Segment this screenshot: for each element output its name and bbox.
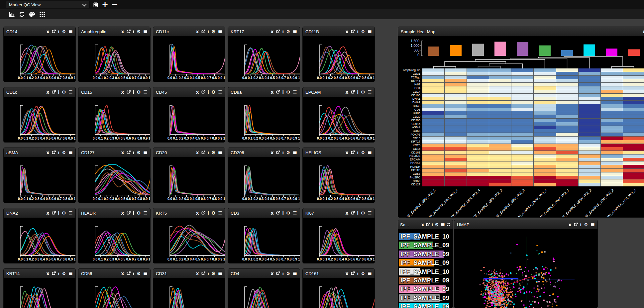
info-icon[interactable]: i bbox=[580, 223, 582, 227]
panel-header[interactable]: CD11cxi⚙≡ bbox=[153, 27, 225, 36]
close-icon[interactable]: x bbox=[271, 211, 274, 215]
panel-header[interactable]: EPCAMxi⚙≡ bbox=[303, 87, 375, 97]
menu-icon[interactable]: ≡ bbox=[218, 271, 222, 276]
menu-icon[interactable]: ≡ bbox=[143, 29, 148, 34]
settings-icon[interactable]: ⚙ bbox=[211, 271, 216, 276]
menu-icon[interactable]: ≡ bbox=[293, 89, 297, 95]
close-icon[interactable]: x bbox=[346, 150, 349, 155]
info-icon[interactable]: i bbox=[357, 90, 359, 94]
panel-header[interactable]: CD20xi⚙≡ bbox=[153, 148, 225, 157]
expand-icon[interactable] bbox=[276, 30, 280, 34]
expand-icon[interactable] bbox=[52, 271, 56, 275]
panel-header[interactable]: HELIOSxi⚙≡ bbox=[303, 148, 375, 157]
panel-header[interactable]: CD3xi⚙≡ bbox=[228, 208, 300, 218]
settings-icon[interactable]: ⚙ bbox=[137, 211, 141, 215]
close-icon[interactable]: x bbox=[196, 271, 199, 276]
settings-icon[interactable]: ⚙ bbox=[584, 222, 588, 227]
expand-icon[interactable] bbox=[52, 90, 56, 94]
save-view-button[interactable] bbox=[93, 1, 99, 9]
expand-icon[interactable] bbox=[52, 30, 56, 34]
settings-icon[interactable]: ⚙ bbox=[435, 222, 439, 227]
info-icon[interactable]: i bbox=[133, 151, 134, 155]
menu-icon[interactable]: ≡ bbox=[218, 210, 222, 216]
expand-icon[interactable] bbox=[127, 151, 131, 154]
info-icon[interactable]: i bbox=[58, 211, 59, 215]
info-icon[interactable]: i bbox=[208, 211, 209, 215]
info-icon[interactable]: i bbox=[133, 211, 134, 215]
menu-icon[interactable]: ≡ bbox=[143, 271, 148, 276]
expand-icon[interactable] bbox=[201, 151, 205, 154]
info-icon[interactable]: i bbox=[208, 30, 209, 34]
settings-icon[interactable]: ⚙ bbox=[361, 211, 365, 215]
close-icon[interactable]: x bbox=[421, 222, 424, 227]
close-icon[interactable]: x bbox=[121, 211, 124, 215]
settings-icon[interactable]: ⚙ bbox=[361, 271, 365, 276]
close-icon[interactable]: x bbox=[47, 271, 50, 276]
menu-icon[interactable]: ≡ bbox=[441, 222, 445, 227]
close-icon[interactable]: x bbox=[271, 150, 274, 155]
expand-icon[interactable] bbox=[351, 151, 355, 154]
menu-icon[interactable]: ≡ bbox=[68, 150, 73, 155]
expand-icon[interactable] bbox=[127, 271, 131, 275]
panel-header[interactable]: UMAPxi⚙≡ bbox=[454, 220, 597, 229]
panel-header[interactable]: CD1cxi⚙≡ bbox=[4, 87, 75, 97]
expand-icon[interactable] bbox=[127, 30, 131, 34]
expand-icon[interactable] bbox=[52, 211, 56, 215]
menu-icon[interactable]: ≡ bbox=[368, 271, 372, 276]
panel-header[interactable]: CD161xi⚙≡ bbox=[303, 269, 375, 278]
settings-icon[interactable]: ⚙ bbox=[286, 90, 290, 94]
expand-icon[interactable] bbox=[127, 90, 131, 94]
info-icon[interactable]: i bbox=[208, 151, 209, 155]
menu-icon[interactable]: ≡ bbox=[293, 271, 297, 276]
close-icon[interactable]: x bbox=[47, 150, 50, 155]
info-icon[interactable]: i bbox=[133, 90, 134, 94]
close-icon[interactable]: x bbox=[346, 29, 349, 34]
menu-icon[interactable]: ≡ bbox=[143, 89, 148, 95]
menu-icon[interactable]: ≡ bbox=[590, 222, 595, 227]
panel-header[interactable]: Sa...xi⚙≡ bbox=[398, 220, 453, 229]
settings-icon[interactable]: ⚙ bbox=[137, 90, 141, 94]
close-icon[interactable]: x bbox=[346, 271, 349, 276]
sample-item[interactable]: IPF_SAMPLE_09 bbox=[398, 302, 453, 308]
expand-icon[interactable] bbox=[276, 151, 280, 154]
expand-icon[interactable] bbox=[201, 90, 205, 94]
panel-header[interactable]: HLADRxi⚙≡ bbox=[78, 208, 150, 218]
menu-icon[interactable]: ≡ bbox=[293, 210, 297, 216]
expand-icon[interactable] bbox=[351, 211, 355, 215]
settings-icon[interactable]: ⚙ bbox=[361, 29, 365, 34]
info-icon[interactable]: i bbox=[58, 30, 59, 34]
info-icon[interactable]: i bbox=[282, 151, 284, 155]
expand-icon[interactable] bbox=[201, 271, 205, 275]
panel-header[interactable]: KRT5xi⚙≡ bbox=[153, 208, 225, 218]
settings-icon[interactable]: ⚙ bbox=[62, 90, 66, 94]
panel-header[interactable]: CD56xi⚙≡ bbox=[78, 269, 150, 278]
panel-header[interactable]: CD8axi⚙≡ bbox=[228, 87, 300, 97]
menu-icon[interactable]: ≡ bbox=[218, 89, 222, 95]
close-icon[interactable]: x bbox=[196, 211, 199, 215]
view-selector[interactable]: Marker QC View bbox=[6, 1, 90, 8]
settings-icon[interactable]: ⚙ bbox=[211, 211, 216, 215]
settings-icon[interactable]: ⚙ bbox=[361, 90, 365, 94]
settings-icon[interactable]: ⚙ bbox=[211, 90, 216, 94]
info-icon[interactable]: i bbox=[282, 30, 284, 34]
info-icon[interactable]: i bbox=[357, 211, 359, 215]
panel-header[interactable]: KRT17xi⚙≡ bbox=[228, 27, 300, 36]
panel-header[interactable]: CD206xi⚙≡ bbox=[228, 148, 300, 157]
menu-icon[interactable]: ≡ bbox=[218, 29, 222, 34]
close-icon[interactable]: x bbox=[47, 211, 50, 215]
panel-header[interactable]: CD11Bxi⚙≡ bbox=[303, 27, 375, 36]
refresh-button[interactable] bbox=[19, 10, 25, 18]
close-icon[interactable]: x bbox=[121, 271, 124, 276]
settings-icon[interactable]: ⚙ bbox=[361, 150, 365, 155]
expand-icon[interactable] bbox=[201, 211, 205, 215]
menu-icon[interactable]: ≡ bbox=[143, 150, 148, 155]
palette-button[interactable] bbox=[29, 10, 35, 18]
panel-header[interactable]: CD31xi⚙≡ bbox=[153, 269, 225, 278]
menu-icon[interactable]: ≡ bbox=[368, 89, 372, 95]
sample-item[interactable]: IPF_SAMPLE_09 bbox=[398, 285, 453, 293]
close-icon[interactable]: x bbox=[47, 29, 50, 34]
sample-item[interactable]: IPF_SAMPLE_09 bbox=[398, 258, 453, 267]
expand-icon[interactable] bbox=[201, 30, 205, 34]
info-icon[interactable]: i bbox=[58, 90, 59, 94]
expand-icon[interactable] bbox=[276, 271, 280, 275]
